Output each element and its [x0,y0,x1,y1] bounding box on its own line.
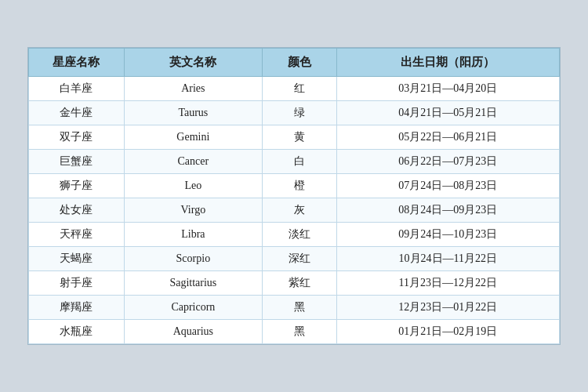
cell-color: 紫红 [262,271,336,296]
table-row: 射手座Sagittarius紫红11月23日—12月22日 [29,271,560,296]
table-row: 天蝎座Scorpio深红10月24日—11月22日 [29,247,560,271]
cell-color: 黑 [262,320,336,344]
header-color: 颜色 [262,49,336,77]
cell-date: 10月24日—11月22日 [336,247,559,271]
table-row: 巨蟹座Cancer白06月22日—07月23日 [29,150,560,174]
cell-chinese: 金牛座 [29,101,125,125]
cell-english: Leo [124,174,262,198]
cell-english: Gemini [124,125,262,150]
cell-color: 橙 [262,174,336,198]
table-row: 摩羯座Capricorn黑12月23日—01月22日 [29,296,560,320]
cell-date: 03月21日—04月20日 [336,77,559,101]
cell-chinese: 白羊座 [29,77,125,101]
table-row: 双子座Gemini黄05月22日—06月21日 [29,125,560,150]
header-date: 出生日期（阳历） [336,49,559,77]
cell-color: 红 [262,77,336,101]
cell-date: 09月24日—10月23日 [336,223,559,247]
cell-chinese: 射手座 [29,271,125,296]
cell-date: 11月23日—12月22日 [336,271,559,296]
cell-english: Taurus [124,101,262,125]
table-row: 处女座Virgo灰08月24日—09月23日 [29,198,560,223]
table-header-row: 星座名称 英文名称 颜色 出生日期（阳历） [29,49,560,77]
cell-english: Cancer [124,150,262,174]
cell-color: 灰 [262,198,336,223]
table-row: 白羊座Aries红03月21日—04月20日 [29,77,560,101]
cell-english: Capricorn [124,296,262,320]
cell-chinese: 天秤座 [29,223,125,247]
table-row: 天秤座Libra淡红09月24日—10月23日 [29,223,560,247]
zodiac-table: 星座名称 英文名称 颜色 出生日期（阳历） 白羊座Aries红03月21日—04… [28,48,560,344]
cell-color: 白 [262,150,336,174]
cell-chinese: 狮子座 [29,174,125,198]
cell-english: Scorpio [124,247,262,271]
cell-date: 05月22日—06月21日 [336,125,559,150]
table-body: 白羊座Aries红03月21日—04月20日金牛座Taurus绿04月21日—0… [29,77,560,344]
header-chinese: 星座名称 [29,49,125,77]
cell-date: 07月24日—08月23日 [336,174,559,198]
cell-chinese: 天蝎座 [29,247,125,271]
cell-english: Virgo [124,198,262,223]
cell-color: 淡红 [262,223,336,247]
cell-english: Aquarius [124,320,262,344]
header-english: 英文名称 [124,49,262,77]
zodiac-table-container: 星座名称 英文名称 颜色 出生日期（阳历） 白羊座Aries红03月21日—04… [27,47,561,345]
cell-date: 12月23日—01月22日 [336,296,559,320]
cell-date: 04月21日—05月21日 [336,101,559,125]
cell-chinese: 处女座 [29,198,125,223]
table-row: 狮子座Leo橙07月24日—08月23日 [29,174,560,198]
cell-english: Sagittarius [124,271,262,296]
table-row: 水瓶座Aquarius黑01月21日—02月19日 [29,320,560,344]
table-row: 金牛座Taurus绿04月21日—05月21日 [29,101,560,125]
cell-chinese: 水瓶座 [29,320,125,344]
cell-date: 01月21日—02月19日 [336,320,559,344]
cell-english: Aries [124,77,262,101]
cell-color: 绿 [262,101,336,125]
cell-date: 06月22日—07月23日 [336,150,559,174]
cell-color: 深红 [262,247,336,271]
cell-color: 黄 [262,125,336,150]
cell-chinese: 双子座 [29,125,125,150]
cell-english: Libra [124,223,262,247]
cell-chinese: 摩羯座 [29,296,125,320]
cell-date: 08月24日—09月23日 [336,198,559,223]
cell-chinese: 巨蟹座 [29,150,125,174]
cell-color: 黑 [262,296,336,320]
